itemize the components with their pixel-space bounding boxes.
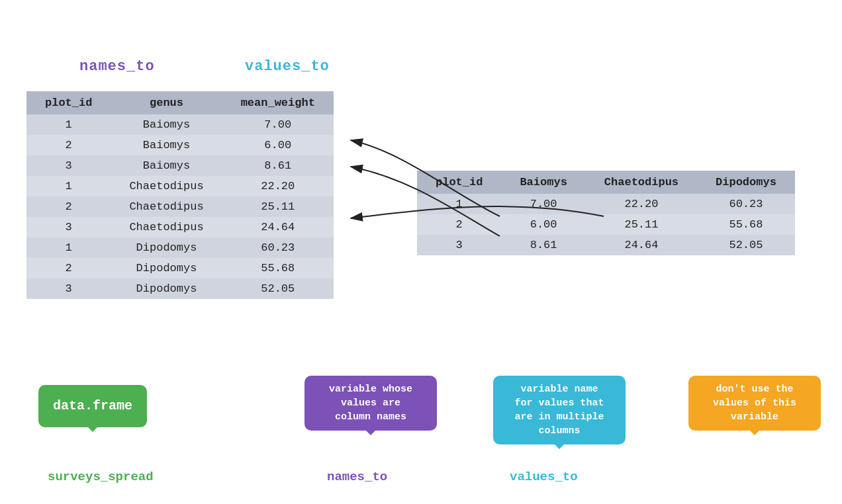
names-to-label-bottom: names_to: [327, 470, 387, 484]
left-table-cell: Chaetodipus: [111, 176, 222, 196]
right-table-cell: 1: [417, 194, 501, 214]
right-table-cell: 24.64: [586, 235, 697, 255]
left-table-cell: 2: [26, 196, 111, 217]
values-to-label-top: values_to: [245, 58, 330, 75]
left-table-cell: 8.61: [222, 155, 334, 176]
left-table-cell: 2: [26, 258, 111, 278]
right-table-cell: 7.00: [501, 194, 585, 214]
left-table-cell: 3: [26, 278, 111, 299]
right-table-cell: 52.05: [697, 235, 795, 255]
left-table-cell: 1: [26, 237, 111, 258]
right-table-cell: 25.11: [586, 214, 697, 235]
right-table-header: Baiomys: [501, 171, 585, 194]
values-to-label-bottom: values_to: [510, 470, 578, 484]
left-table-cell: 25.11: [222, 196, 334, 217]
bubble-orange: don't use thevalues of thisvariable: [688, 376, 821, 431]
right-table-cell: 8.61: [501, 235, 585, 255]
left-table-cell: Dipodomys: [111, 237, 222, 258]
bubble-green: data.frame: [38, 385, 147, 427]
right-table-container: plot_idBaiomysChaetodipusDipodomys 17.00…: [417, 171, 795, 255]
bubble-cyan: variable namefor values thatare in multi…: [493, 376, 626, 444]
left-table: plot_id genus mean_weight 1Baiomys7.002B…: [26, 91, 334, 299]
left-table-cell: 3: [26, 217, 111, 237]
left-table-cell: 52.05: [222, 278, 334, 299]
left-table-cell: 22.20: [222, 176, 334, 196]
left-table-cell: 2: [26, 135, 111, 155]
left-table-header-plot-id: plot_id: [26, 91, 111, 114]
right-table-header: Dipodomys: [697, 171, 795, 194]
bubble-purple: variable whosevalues arecolumn names: [304, 376, 437, 431]
left-table-container: plot_id genus mean_weight 1Baiomys7.002B…: [26, 91, 334, 299]
left-table-cell: 55.68: [222, 258, 334, 278]
surveys-spread-label: surveys_spread: [48, 470, 154, 484]
left-table-cell: Dipodomys: [111, 278, 222, 299]
right-table-header: Chaetodipus: [586, 171, 697, 194]
left-table-cell: Baiomys: [111, 155, 222, 176]
left-table-cell: Dipodomys: [111, 258, 222, 278]
right-table-cell: 2: [417, 214, 501, 235]
left-table-header-genus: genus: [111, 91, 222, 114]
left-table-cell: Baiomys: [111, 135, 222, 155]
left-table-cell: Chaetodipus: [111, 217, 222, 237]
left-table-cell: 7.00: [222, 114, 334, 135]
right-table-cell: 55.68: [697, 214, 795, 235]
names-to-label-top: names_to: [79, 58, 155, 75]
left-table-cell: Baiomys: [111, 114, 222, 135]
right-table-cell: 3: [417, 235, 501, 255]
left-table-cell: 6.00: [222, 135, 334, 155]
right-table-cell: 60.23: [697, 194, 795, 214]
right-table-cell: 6.00: [501, 214, 585, 235]
left-table-cell: 3: [26, 155, 111, 176]
left-table-cell: 1: [26, 176, 111, 196]
left-table-cell: 60.23: [222, 237, 334, 258]
right-table-cell: 22.20: [586, 194, 697, 214]
left-table-header-mean-weight: mean_weight: [222, 91, 334, 114]
left-table-cell: 1: [26, 114, 111, 135]
right-table: plot_idBaiomysChaetodipusDipodomys 17.00…: [417, 171, 795, 255]
left-table-cell: Chaetodipus: [111, 196, 222, 217]
left-table-cell: 24.64: [222, 217, 334, 237]
right-table-header: plot_id: [417, 171, 501, 194]
